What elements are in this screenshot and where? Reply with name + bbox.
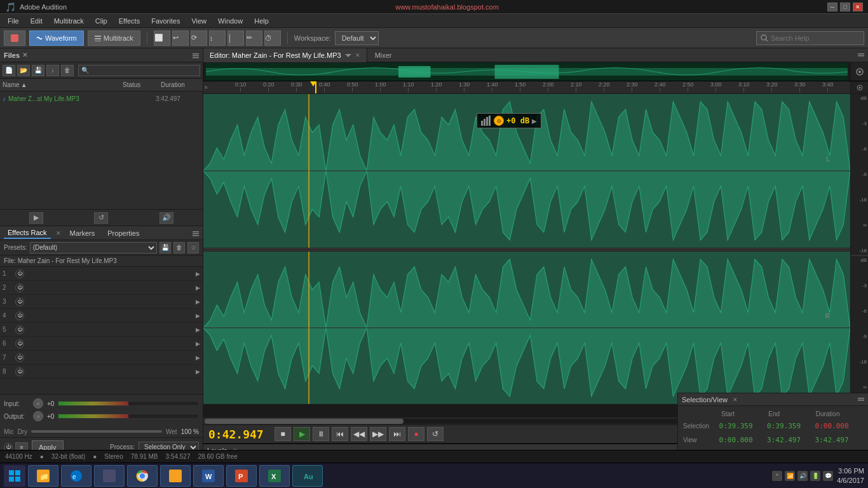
menu-window[interactable]: Window xyxy=(213,16,248,26)
record-button[interactable]: ● xyxy=(408,427,424,441)
waveform-channel-right[interactable]: R xyxy=(203,252,850,404)
slot-expand-5[interactable]: ▶ xyxy=(196,327,200,333)
save-preset-button[interactable]: 💾 xyxy=(159,242,171,254)
taskbar-ppt[interactable]: P xyxy=(226,465,257,487)
effects-rack-tab-close[interactable]: ✕ xyxy=(56,230,61,236)
favorite-preset-button[interactable]: ☆ xyxy=(187,242,199,254)
pause-button[interactable]: ⏸ xyxy=(313,427,329,441)
slot-power-5[interactable]: ⏻ xyxy=(15,325,24,334)
ruler-settings-icon[interactable] xyxy=(850,81,868,94)
selection-view-close[interactable]: ✕ xyxy=(733,396,738,403)
files-menu-icon[interactable] xyxy=(193,52,199,58)
play-button[interactable]: ▶ xyxy=(294,427,310,441)
to-end-button[interactable]: ⏭ xyxy=(389,427,405,441)
sv-menu-icon[interactable] xyxy=(858,396,864,403)
stop-button[interactable]: ■ xyxy=(275,427,291,441)
mixer-tab[interactable]: Mixer xyxy=(367,48,400,62)
ruler-content[interactable]: 0:100:200:300:400:501:001:101:201:301:40… xyxy=(207,81,850,94)
taskbar-audition[interactable]: Au xyxy=(292,465,323,487)
minimize-button[interactable]: ─ xyxy=(827,3,837,11)
new-file-button[interactable]: 📄 xyxy=(3,65,15,76)
delete-file-button[interactable]: 🗑 xyxy=(61,65,74,76)
menu-help[interactable]: Help xyxy=(249,16,274,26)
file-item[interactable]: ♪ Maher Z...st My Life.MP3 3:42.497 xyxy=(0,92,203,105)
tray-icon-action[interactable]: 💬 xyxy=(823,471,833,481)
slot-power-2[interactable]: ⏻ xyxy=(15,283,24,292)
rewind-button[interactable]: ◀◀ xyxy=(351,427,367,441)
maximize-button[interactable]: □ xyxy=(840,3,850,11)
taskbar-word[interactable]: W xyxy=(193,465,224,487)
tool-btn-1[interactable]: ⬜ xyxy=(154,30,170,46)
timeline-ruler[interactable]: hms 0:100:200:300:400:501:001:101:201:30… xyxy=(203,81,868,94)
playhead[interactable] xyxy=(315,81,316,94)
menu-effects[interactable]: Effects xyxy=(114,16,145,26)
waveform-button[interactable]: Waveform xyxy=(29,30,84,46)
scroll-thumb[interactable] xyxy=(205,419,403,424)
open-file-button[interactable]: 📂 xyxy=(17,65,30,76)
properties-tab[interactable]: Properties xyxy=(104,228,143,238)
waveform-channel-left[interactable]: L ⊙ +0 dB ▶ xyxy=(203,94,850,249)
taskbar-chrome[interactable] xyxy=(127,465,158,487)
markers-tab[interactable]: Markers xyxy=(66,228,99,238)
multitrack-button[interactable]: Multitrack xyxy=(88,30,140,46)
effects-rack-tab[interactable]: Effects Rack xyxy=(4,227,51,239)
slot-power-3[interactable]: ⏻ xyxy=(15,297,24,306)
wet-slider[interactable] xyxy=(31,430,162,433)
pencil-tool[interactable]: ✏ xyxy=(246,30,262,46)
tray-icon-network[interactable]: 📶 xyxy=(785,471,795,481)
to-start-button[interactable]: ⏮ xyxy=(332,427,348,441)
delete-preset-button[interactable]: 🗑 xyxy=(173,242,185,254)
effects-menu-icon[interactable] xyxy=(193,230,199,236)
tray-icon-volume[interactable]: 🔊 xyxy=(797,471,808,481)
slot-power-4[interactable]: ⏻ xyxy=(15,311,24,320)
output-knob[interactable]: ○ xyxy=(33,411,43,421)
sv-view-start[interactable]: 0:00.000 xyxy=(719,436,767,444)
auto-play-btn[interactable]: 🔊 xyxy=(159,212,173,224)
waveform-display[interactable]: L ⊙ +0 dB ▶ xyxy=(203,94,850,417)
slot-power-8[interactable]: ⏻ xyxy=(15,367,24,376)
slot-expand-4[interactable]: ▶ xyxy=(196,313,200,319)
clock-display[interactable]: 3:06 PM 4/6/2017 xyxy=(837,466,864,485)
files-search-input[interactable] xyxy=(78,65,200,76)
slot-power-1[interactable]: ⏻ xyxy=(15,269,24,278)
presets-select[interactable]: (Default) xyxy=(30,242,157,254)
input-knob[interactable]: ○ xyxy=(33,398,43,409)
fast-forward-button[interactable]: ▶▶ xyxy=(370,427,386,441)
overview-settings-icon[interactable] xyxy=(850,62,868,81)
files-close-icon[interactable]: ✕ xyxy=(22,51,27,58)
search-help-input[interactable] xyxy=(771,34,860,42)
menu-view[interactable]: View xyxy=(186,16,212,26)
taskbar-ie[interactable]: e xyxy=(61,465,92,487)
slot-expand-6[interactable]: ▶ xyxy=(196,341,200,347)
menu-edit[interactable]: Edit xyxy=(25,16,48,26)
loop-btn[interactable]: ↺ xyxy=(94,212,108,224)
start-button[interactable] xyxy=(4,465,25,487)
loop-transport-button[interactable]: ↺ xyxy=(427,427,444,441)
menu-clip[interactable]: Clip xyxy=(90,16,112,26)
menu-multitrack[interactable]: Multitrack xyxy=(49,16,89,26)
time-tool[interactable]: ⏱ xyxy=(264,30,281,46)
save-button[interactable]: 💾 xyxy=(32,65,44,76)
tool-btn-3[interactable]: ⟳ xyxy=(191,30,207,46)
import-button[interactable]: ↓ xyxy=(46,65,59,76)
taskbar-excel[interactable]: X xyxy=(259,465,290,487)
selection-tool[interactable]: │ xyxy=(227,30,244,46)
editor-menu-icon[interactable] xyxy=(858,52,864,58)
tool-btn-2[interactable]: ↩ xyxy=(172,30,189,46)
selection-view-tab[interactable]: Selection/View xyxy=(682,396,728,403)
slot-expand-8[interactable]: ▶ xyxy=(196,369,200,375)
slot-expand-3[interactable]: ▶ xyxy=(196,299,200,305)
sv-view-end[interactable]: 3:42.497 xyxy=(767,436,815,444)
close-button[interactable]: ✕ xyxy=(853,3,863,11)
sv-selection-end[interactable]: 0:39.359 xyxy=(767,422,815,430)
tray-icon-1[interactable]: ^ xyxy=(772,471,782,481)
taskbar-app3[interactable] xyxy=(94,465,125,487)
taskbar-explorer[interactable]: 📁 xyxy=(28,465,58,487)
slot-expand-7[interactable]: ▶ xyxy=(196,355,200,361)
slot-power-6[interactable]: ⏻ xyxy=(15,339,24,348)
slot-power-7[interactable]: ⏻ xyxy=(15,353,24,362)
play-btn[interactable]: ▶ xyxy=(29,212,43,224)
tray-icon-battery[interactable]: 🔋 xyxy=(810,471,820,481)
tool-btn-4[interactable]: ↕ xyxy=(209,30,226,46)
slot-expand-1[interactable]: ▶ xyxy=(196,271,200,277)
